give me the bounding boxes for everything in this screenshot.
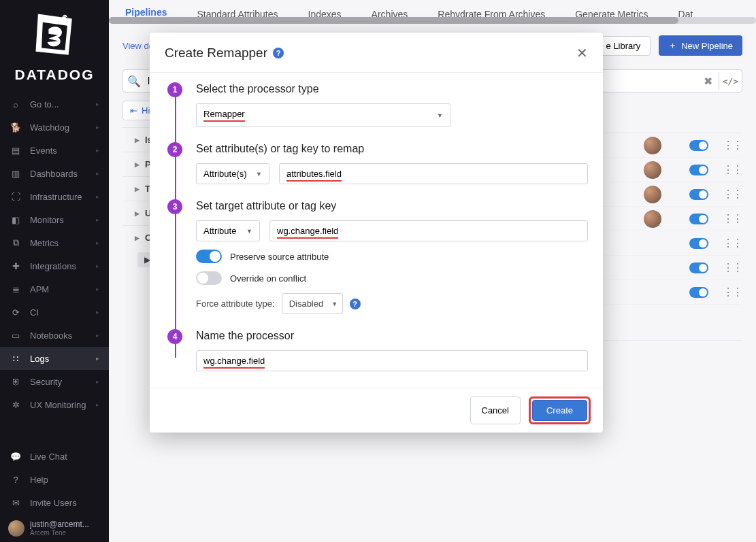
chevron-down-icon: ▼ — [256, 171, 262, 177]
force-attr-select[interactable]: Disabled ▼ — [282, 293, 343, 314]
step-badge-1: 1 — [167, 82, 182, 97]
source-kind-select[interactable]: Attribute(s) ▼ — [196, 163, 269, 184]
help-icon[interactable]: ? — [273, 48, 284, 58]
step-badge-2: 2 — [167, 142, 182, 157]
create-button-highlight: Create — [529, 396, 591, 424]
create-button[interactable]: Create — [532, 400, 587, 421]
chevron-down-icon: ▼ — [246, 228, 252, 235]
processor-type-select[interactable]: Remapper ▼ — [196, 103, 450, 127]
modal-title: Create Remapper ? — [165, 46, 284, 61]
cancel-button[interactable]: Cancel — [470, 396, 521, 424]
processor-name-input[interactable]: wg.change.field — [196, 350, 588, 371]
source-attr-input[interactable]: attributes.field — [279, 163, 588, 184]
step4-title: Name the processor — [196, 330, 588, 342]
chevron-down-icon: ▼ — [437, 112, 443, 119]
help-icon[interactable]: ? — [350, 299, 361, 309]
step-badge-3: 3 — [167, 199, 182, 214]
close-icon[interactable]: ✕ — [576, 45, 588, 61]
target-attr-input[interactable]: wg.change.field — [269, 220, 588, 241]
override-conflict-toggle[interactable] — [196, 271, 222, 285]
preserve-source-toggle[interactable] — [196, 250, 222, 263]
chevron-down-icon: ▼ — [331, 301, 338, 307]
force-attr-label: Force attribute type: — [196, 299, 275, 309]
step1-title: Select the processor type — [196, 83, 588, 95]
step-badge-4: 4 — [167, 329, 182, 344]
target-kind-select[interactable]: Attribute ▼ — [196, 220, 260, 241]
step3-title: Set target attribute or tag key — [196, 200, 588, 212]
step2-title: Set attribute(s) or tag key to remap — [196, 143, 588, 155]
create-remapper-modal: Create Remapper ? ✕ 1 Select the process… — [150, 33, 603, 433]
